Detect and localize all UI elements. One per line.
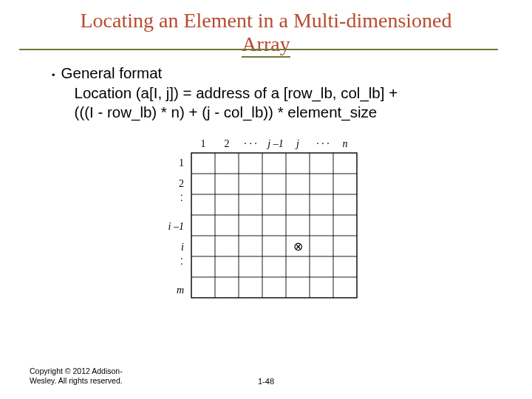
copyright-line-1: Copyright © 2012 Addison- <box>30 366 123 375</box>
slide: Locating an Element in a Multi-dimension… <box>0 0 532 399</box>
col-label-j: j <box>295 138 299 149</box>
body: • General format Location (a[I, j]) = ad… <box>30 64 502 320</box>
element-marker: ⊗ <box>293 240 303 253</box>
bullet-dot: • <box>52 69 55 81</box>
col-label-1: 1 <box>201 138 206 149</box>
body-text: General format Location (a[I, j]) = addr… <box>61 64 398 122</box>
row-dots-1a: . . <box>179 194 190 202</box>
bullet-item: • General format Location (a[I, j]) = ad… <box>52 64 502 122</box>
title-rule <box>19 49 498 50</box>
col-label-n: n <box>343 138 348 149</box>
col-label-2: 2 <box>225 138 230 149</box>
row-label-2: 2 <box>179 178 184 189</box>
col-label-jm1: j –1 <box>266 138 283 149</box>
row-label-1: 1 <box>179 157 184 168</box>
row-label-m: m <box>177 284 184 296</box>
footer: Copyright © 2012 Addison- Wesley. All ri… <box>30 366 502 386</box>
body-line-2: Location (a[I, j]) = address of a [row_l… <box>61 83 398 103</box>
body-line-1: General format <box>61 64 398 83</box>
row-dots-2a: . . <box>179 258 190 266</box>
row-label-i: i <box>181 242 184 253</box>
col-dots-1: · · · <box>244 138 257 149</box>
array-grid-figure: 1 2 · · · j –1 j · · · n 1 2 . . i –1 i … <box>159 135 395 320</box>
title-line-2: Array <box>242 33 290 58</box>
row-label-im1: i –1 <box>168 221 184 232</box>
col-dots-2: · · · <box>316 138 330 149</box>
grid-outer <box>191 153 357 298</box>
copyright-line-2: Wesley. All rights reserved. <box>30 376 123 385</box>
title-line-1: Locating an Element in a Multi-dimension… <box>80 9 451 32</box>
page-number: 1-48 <box>258 377 274 386</box>
body-line-3: (((I - row_lb) * n) + (j - col_lb)) * el… <box>61 103 398 122</box>
copyright: Copyright © 2012 Addison- Wesley. All ri… <box>30 366 163 386</box>
